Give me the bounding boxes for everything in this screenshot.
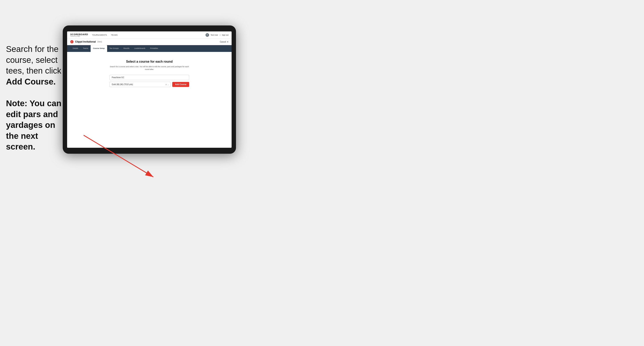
tournament-name: Clippd Invitational: [75, 40, 96, 43]
top-nav-left: SCOREBOARD Powered by clippd TOURNAMENTS…: [70, 33, 118, 37]
panel-description: Search for a course and select a tee. Yo…: [110, 65, 189, 71]
tab-bar: Details Teams Course Setup Tee Groups Re…: [67, 45, 232, 52]
nav-tournaments[interactable]: TOURNAMENTS: [92, 34, 107, 36]
top-nav-right: R Test User | Sign out: [206, 33, 228, 37]
tab-teams[interactable]: Teams: [81, 45, 91, 52]
course-search-wrapper: [110, 75, 189, 80]
annotation-line2: course, select: [6, 55, 58, 65]
tee-select-wrapper: Gold (M) (M) (7010 yds) ✕ ⌄: [110, 82, 171, 87]
logo-title: SCOREBOARD: [70, 33, 88, 36]
tab-course-setup[interactable]: Course Setup: [90, 45, 107, 52]
user-avatar: R: [206, 33, 209, 37]
tournament-badge: (Men): [98, 41, 102, 43]
tab-results[interactable]: Results: [121, 45, 132, 52]
annotation-line4: Add Course.: [6, 77, 56, 86]
panel-title: Select a course for each round: [126, 60, 173, 63]
tab-details[interactable]: Details: [70, 45, 81, 52]
nav-separator: |: [220, 34, 220, 36]
top-nav: SCOREBOARD Powered by clippd TOURNAMENTS…: [67, 31, 232, 39]
tee-clear-icon[interactable]: ✕: [165, 83, 167, 86]
clippd-icon: C: [70, 40, 74, 43]
add-course-button[interactable]: Add Course: [172, 82, 189, 87]
annotation-line1: Search for the: [6, 44, 58, 54]
course-search-input[interactable]: [110, 75, 189, 80]
tab-printables[interactable]: Printables: [148, 45, 160, 52]
tournament-header: C Clippd Invitational (Men) Cancel ✕: [67, 39, 232, 45]
tablet-screen: SCOREBOARD Powered by clippd TOURNAMENTS…: [67, 31, 232, 148]
tee-select[interactable]: Gold (M) (M) (7010 yds): [110, 82, 171, 87]
logo-area: SCOREBOARD Powered by clippd: [70, 33, 88, 37]
nav-teams[interactable]: TEAMS: [111, 34, 118, 36]
sign-out-link[interactable]: Sign out: [222, 34, 228, 36]
course-setup-panel: Select a course for each round Search fo…: [110, 60, 189, 87]
tee-select-row: Gold (M) (M) (7010 yds) ✕ ⌄ Add Course: [110, 82, 189, 87]
tablet-frame: SCOREBOARD Powered by clippd TOURNAMENTS…: [63, 25, 236, 154]
user-name: Test User: [211, 34, 218, 36]
tournament-title-row: C Clippd Invitational (Men): [70, 40, 102, 43]
logo-sub: Powered by clippd: [70, 36, 88, 37]
tab-tee-groups[interactable]: Tee Groups: [107, 45, 121, 52]
annotation-block: Search for the course, select tees, then…: [6, 44, 62, 152]
annotation-note: Note: You can edit pars and yardages on …: [6, 99, 61, 151]
tab-leaderboards[interactable]: Leaderboards: [132, 45, 148, 52]
annotation-line3: tees, then click: [6, 66, 61, 75]
main-content: Select a course for each round Search fo…: [67, 52, 232, 148]
cancel-button[interactable]: Cancel ✕: [220, 41, 228, 43]
